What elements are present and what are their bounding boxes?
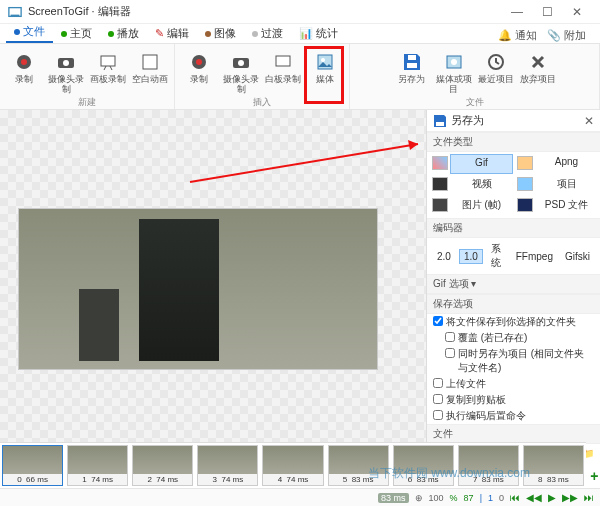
svg-point-20 xyxy=(451,59,457,65)
status-sep: | xyxy=(480,493,482,503)
maximize-button[interactable]: ☐ xyxy=(532,5,562,19)
attach-link[interactable]: 📎 附加 xyxy=(547,28,586,43)
frame-thumbnail[interactable]: 1 74 ms xyxy=(67,445,128,486)
filetype-psd-icon[interactable] xyxy=(514,196,534,216)
svg-line-8 xyxy=(110,66,112,70)
insert-media-button[interactable]: 媒体 xyxy=(305,48,345,96)
tab-transition[interactable]: 过渡 xyxy=(244,24,291,43)
recent-project-button[interactable]: 最近项目 xyxy=(476,48,516,96)
tab-image[interactable]: 图像 xyxy=(197,24,244,43)
gif-options-label[interactable]: Gif 选项 ▾ xyxy=(427,274,600,294)
last-frame-button[interactable]: ⏭ xyxy=(584,492,594,503)
canvas-area[interactable] xyxy=(0,110,426,442)
svg-marker-23 xyxy=(408,140,418,150)
panel-title: 另存为 xyxy=(451,113,484,128)
opt-save-project[interactable] xyxy=(445,348,455,358)
svg-rect-17 xyxy=(407,63,417,68)
prev-frame-button[interactable]: ◀◀ xyxy=(526,492,542,503)
frame-strip[interactable]: 0 66 ms1 74 ms2 74 ms3 74 ms4 74 ms5 83 … xyxy=(0,442,586,488)
new-blank-button[interactable]: 空白动画 xyxy=(130,48,170,96)
next-frame-button[interactable]: ▶▶ xyxy=(562,492,578,503)
encoder-10[interactable]: 1.0 xyxy=(459,249,483,264)
encoder-system[interactable]: 系统 xyxy=(487,241,508,271)
record-icon xyxy=(12,50,36,74)
first-frame-button[interactable]: ⏮ xyxy=(510,492,520,503)
frame-thumbnail[interactable]: 6 83 ms xyxy=(393,445,454,486)
new-record-button[interactable]: 录制 xyxy=(4,48,44,96)
filetype-video[interactable]: 视频 xyxy=(450,175,513,195)
close-button[interactable]: ✕ xyxy=(562,5,592,19)
filetype-project-icon[interactable] xyxy=(514,175,534,195)
status-selected: 1 xyxy=(488,493,493,503)
filetype-video-icon[interactable] xyxy=(429,175,449,195)
tab-file[interactable]: 文件 xyxy=(6,22,53,43)
filetype-project[interactable]: 项目 xyxy=(535,175,598,195)
encoder-section-label: 编码器 xyxy=(427,218,600,238)
encoder-ffmpeg[interactable]: FFmpeg xyxy=(512,250,557,263)
filetype-gif-icon[interactable] xyxy=(429,154,449,174)
filetype-apng-icon[interactable] xyxy=(514,154,534,174)
new-board-button[interactable]: 画板录制 xyxy=(88,48,128,96)
file-section-label: 文件 xyxy=(427,424,600,444)
filetype-frames-icon[interactable] xyxy=(429,196,449,216)
insert-record-button[interactable]: 录制 xyxy=(179,48,219,96)
opt-clipboard[interactable] xyxy=(433,394,443,404)
svg-rect-14 xyxy=(276,56,290,66)
frame-thumbnail[interactable]: 0 66 ms xyxy=(2,445,63,486)
frame-preview xyxy=(18,208,378,370)
filetype-frames[interactable]: 图片 (帧) xyxy=(450,196,513,216)
opt-overwrite[interactable] xyxy=(445,332,455,342)
svg-line-7 xyxy=(104,66,106,70)
opt-save-folder[interactable] xyxy=(433,316,443,326)
saveas-button[interactable]: 另存为 xyxy=(392,48,432,96)
frame-thumbnail[interactable]: 3 74 ms xyxy=(197,445,258,486)
tab-edit[interactable]: ✎ 编辑 xyxy=(147,24,197,43)
media-icon xyxy=(313,50,337,74)
discard-project-button[interactable]: 放弃项目 xyxy=(518,48,558,96)
svg-line-22 xyxy=(190,144,418,182)
filetype-apng[interactable]: Apng xyxy=(535,154,598,174)
zoom-icon[interactable]: ⊕ xyxy=(415,493,423,503)
svg-rect-9 xyxy=(143,55,157,69)
frame-thumbnail[interactable]: 5 83 ms xyxy=(328,445,389,486)
blank-icon xyxy=(138,50,162,74)
frame-thumbnail[interactable]: 2 74 ms xyxy=(132,445,193,486)
status-done: 87 xyxy=(464,493,474,503)
insert-camera-button[interactable]: 摄像头录制 xyxy=(221,48,261,96)
svg-rect-6 xyxy=(101,56,115,66)
frame-thumbnail[interactable]: 8 83 ms xyxy=(523,445,584,486)
encoder-20[interactable]: 2.0 xyxy=(433,250,455,263)
whiteboard-icon xyxy=(271,50,295,74)
save-icon xyxy=(433,114,447,128)
frame-thumbnail[interactable]: 4 74 ms xyxy=(262,445,323,486)
frame-thumbnail[interactable]: 7 83 ms xyxy=(458,445,519,486)
zoom-value: 100 xyxy=(429,493,444,503)
discard-icon xyxy=(526,50,550,74)
media-or-project-button[interactable]: 媒体或项目 xyxy=(434,48,474,96)
opt-upload[interactable] xyxy=(433,378,443,388)
save-icon xyxy=(400,50,424,74)
minimize-button[interactable]: — xyxy=(502,5,532,19)
tab-play[interactable]: 播放 xyxy=(100,24,147,43)
svg-rect-1 xyxy=(11,14,20,16)
opt-post-command[interactable] xyxy=(433,410,443,420)
play-button[interactable]: ▶ xyxy=(548,492,556,503)
insert-board-button[interactable]: 白板录制 xyxy=(263,48,303,96)
svg-rect-24 xyxy=(436,122,444,126)
app-icon xyxy=(8,5,22,19)
tab-home[interactable]: 主页 xyxy=(53,24,100,43)
encoder-gifski[interactable]: Gifski xyxy=(561,250,594,263)
notify-link[interactable]: 🔔 通知 xyxy=(498,28,537,43)
tab-stats[interactable]: 📊 统计 xyxy=(291,24,346,43)
svg-point-5 xyxy=(63,60,69,66)
filetype-section-label: 文件类型 xyxy=(427,132,600,152)
new-camera-button[interactable]: 摄像头录制 xyxy=(46,48,86,96)
status-total: 0 xyxy=(499,493,504,503)
group-file-label: 文件 xyxy=(466,96,484,109)
panel-close-button[interactable]: ✕ xyxy=(584,114,594,128)
status-ms-badge: 83 ms xyxy=(378,493,409,503)
filetype-psd[interactable]: PSD 文件 xyxy=(535,196,598,216)
add-file-button[interactable]: + xyxy=(587,468,600,484)
filetype-gif[interactable]: Gif xyxy=(450,154,513,174)
svg-point-13 xyxy=(238,60,244,66)
